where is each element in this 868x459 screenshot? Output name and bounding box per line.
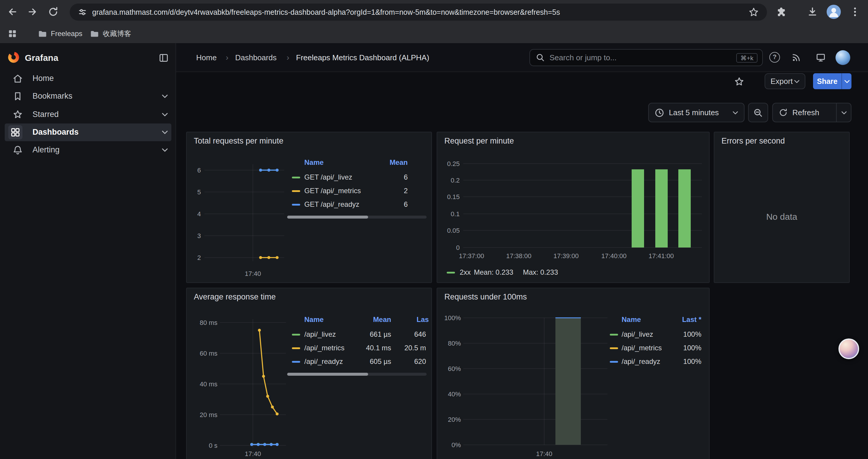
share-menu-toggle[interactable]: [841, 73, 851, 89]
series-color-dash: [610, 347, 618, 349]
reload-icon[interactable]: [48, 6, 59, 17]
series-name[interactable]: /api/_livez: [622, 328, 653, 341]
chevron-down-icon[interactable]: [162, 148, 168, 152]
clock-icon: [655, 108, 664, 117]
sidebar-item-starred[interactable]: Starred: [5, 106, 172, 124]
y-tick: 0%: [438, 441, 461, 448]
bookmark-folder-freeleaps[interactable]: Freeleaps: [38, 24, 83, 43]
sidebar-item-bookmarks[interactable]: Bookmarks: [5, 88, 172, 105]
series-name[interactable]: GET /api/_readyz: [304, 198, 359, 211]
x-tick: 17:39:00: [553, 252, 579, 259]
address-bar[interactable]: [70, 4, 767, 21]
zoom-out-icon: [753, 108, 763, 117]
legend-header-name[interactable]: Name: [304, 313, 323, 326]
legend-header-last[interactable]: Last *: [682, 313, 701, 326]
page-header: Home › Dashboards › Freeleaps Metrics Da…: [176, 43, 868, 72]
shortcut-badge: ⌘+k: [736, 53, 757, 62]
series-name[interactable]: 2xx: [460, 266, 471, 278]
series-last: 100%: [683, 328, 701, 341]
x-tick: 17:40:00: [601, 252, 627, 259]
y-tick: 60 ms: [188, 350, 217, 357]
series-mean: 2: [404, 184, 408, 197]
bookmark-star-icon[interactable]: [749, 7, 759, 17]
grafana-logo[interactable]: [7, 51, 20, 64]
series-name[interactable]: GET /api/_metrics: [304, 184, 361, 197]
legend-header-mean[interactable]: Mean: [373, 313, 391, 326]
export-button[interactable]: Export: [765, 73, 805, 89]
legend-scrollbar-track[interactable]: [287, 373, 427, 376]
series-name[interactable]: GET /api/_livez: [304, 171, 352, 184]
extensions-icon[interactable]: [776, 6, 786, 17]
home-icon: [12, 73, 23, 84]
series-name[interactable]: /api/_metrics: [304, 341, 344, 355]
series-name[interactable]: /api/_readyz: [622, 355, 660, 368]
legend-row[interactable]: /api/_readyz 100%: [609, 355, 703, 368]
chevron-down-icon[interactable]: [162, 131, 168, 134]
series-color-dash: [292, 361, 300, 362]
floating-assistant-avatar[interactable]: [838, 338, 859, 359]
series-name[interactable]: /api/_readyz: [304, 355, 343, 368]
sidebar-item-alerting[interactable]: Alerting: [5, 141, 172, 159]
refresh-label: Refresh: [793, 108, 836, 117]
search-input[interactable]: [550, 53, 732, 62]
downloads-icon[interactable]: [807, 6, 818, 17]
panel-title[interactable]: Errors per second: [721, 136, 785, 145]
legend-header-last[interactable]: Las: [416, 313, 429, 326]
legend-row[interactable]: /api/_metrics 40.1 ms 20.5 m: [287, 341, 427, 355]
sidebar-item-home[interactable]: Home: [5, 70, 172, 88]
legend-row[interactable]: GET /api/_livez 6: [287, 171, 427, 184]
legend-row[interactable]: /api/_metrics 100%: [609, 341, 703, 355]
series-name[interactable]: /api/_livez: [304, 328, 336, 341]
panel-total-requests-per-minute: Total requests per minute 6 5 4 3 2 17:4…: [186, 132, 432, 283]
collapse-sidebar-icon[interactable]: [158, 53, 169, 63]
legend-header-name[interactable]: Name: [304, 156, 323, 169]
series-name[interactable]: /api/_metrics: [622, 341, 662, 355]
chevron-down-icon: [733, 111, 738, 114]
x-tick: 17:40: [536, 450, 552, 457]
breadcrumb-dashboards[interactable]: Dashboards: [235, 43, 277, 72]
url-text[interactable]: [92, 8, 743, 16]
apps-icon[interactable]: [8, 29, 17, 38]
sidebar-item-dashboards[interactable]: Dashboards: [5, 124, 172, 141]
legend-header-name[interactable]: Name: [622, 313, 641, 326]
chevron-down-icon[interactable]: [162, 95, 168, 98]
legend-row[interactable]: /api/_readyz 605 µs 620: [287, 355, 427, 368]
zoom-out-button[interactable]: [748, 103, 768, 122]
chevron-down-icon[interactable]: [162, 113, 168, 117]
legend-bottom: 2xx Mean: 0.233 Max: 0.233: [437, 266, 710, 278]
series-mean: 605 µs: [370, 355, 391, 368]
favorite-star-icon[interactable]: [735, 77, 744, 86]
series-color-dash: [292, 347, 300, 349]
share-button[interactable]: Share: [813, 73, 851, 89]
help-icon[interactable]: ?: [769, 52, 780, 63]
bookmark-label: Freeleaps: [51, 30, 83, 38]
y-tick: 0.05: [438, 227, 460, 234]
breadcrumb-home[interactable]: Home: [196, 43, 217, 72]
bookmark-label: 收藏博客: [103, 29, 131, 39]
legend-row[interactable]: GET /api/_readyz 6: [287, 198, 427, 211]
series-mean: 40.1 ms: [366, 341, 391, 355]
legend-scrollbar-track[interactable]: [287, 216, 427, 219]
legend-scrollbar-thumb[interactable]: [287, 216, 368, 219]
legend-row[interactable]: GET /api/_metrics 2: [287, 184, 427, 197]
news-rss-icon[interactable]: [792, 53, 801, 62]
y-tick: 40%: [438, 391, 461, 398]
legend-row[interactable]: /api/_livez 100%: [609, 328, 703, 341]
forward-icon[interactable]: [27, 6, 38, 17]
share-label[interactable]: Share: [813, 73, 841, 89]
search-box[interactable]: ⌘+k: [529, 49, 763, 66]
legend-header-mean[interactable]: Mean: [390, 156, 408, 169]
refresh-button[interactable]: Refresh: [772, 103, 851, 122]
time-range-picker[interactable]: Last 5 minutes: [648, 103, 745, 122]
user-avatar[interactable]: [836, 50, 850, 65]
monitor-kiosk-icon[interactable]: [816, 53, 826, 62]
back-icon[interactable]: [7, 6, 18, 17]
browser-menu-icon[interactable]: [850, 6, 860, 17]
bookmark-folder-blogs[interactable]: 收藏博客: [90, 24, 131, 43]
profile-avatar[interactable]: [827, 5, 841, 19]
legend-scrollbar-thumb[interactable]: [287, 373, 368, 376]
legend-row[interactable]: /api/_livez 661 µs 646: [287, 328, 427, 341]
refresh-interval-toggle[interactable]: [837, 111, 851, 114]
legend-table: Name Last * /api/_livez 100% /api/_metri…: [609, 313, 703, 372]
site-info-icon[interactable]: [78, 8, 87, 17]
